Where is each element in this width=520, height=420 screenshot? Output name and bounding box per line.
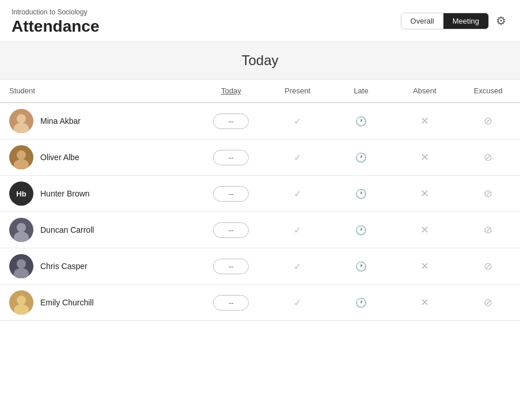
present-cell[interactable]: ✓ [266, 285, 329, 321]
svg-point-13 [17, 296, 26, 305]
excused-cell[interactable]: ⊘ [457, 212, 520, 248]
absent-cell[interactable]: ✕ [393, 212, 456, 248]
header: Introduction to Sociology Attendance Ove… [0, 0, 520, 42]
student-cell: Emily Churchill [0, 285, 196, 320]
avatar: Hb [9, 181, 33, 206]
present-cell[interactable]: ✓ [266, 103, 329, 139]
today-status-button[interactable]: -- [213, 222, 249, 238]
absent-icon: ✕ [420, 152, 429, 163]
tab-group: Overall Meeting [401, 13, 489, 29]
late-icon: 🕐 [355, 262, 367, 271]
today-status-button[interactable]: -- [213, 113, 249, 129]
course-name: Introduction to Sociology [12, 8, 99, 16]
excused-cell[interactable]: ⊘ [457, 248, 520, 285]
excused-icon: ⊘ [484, 115, 492, 127]
avatar [9, 254, 33, 278]
page-title: Attendance [12, 17, 99, 36]
present-cell[interactable]: ✓ [266, 139, 329, 176]
present-icon: ✓ [294, 189, 301, 199]
student-cell: Oliver Albe [0, 139, 196, 175]
attendance-table: Student Today Present Late Absent Excuse… [0, 80, 520, 321]
student-cell: Chris Casper [0, 248, 196, 284]
settings-button[interactable]: ⚙ [494, 12, 508, 30]
student-name: Chris Casper [40, 262, 88, 271]
student-cell: Hb Hunter Brown [0, 176, 196, 211]
absent-cell[interactable]: ✕ [393, 139, 456, 176]
gear-icon: ⚙ [496, 14, 506, 27]
today-status-button[interactable]: -- [213, 259, 249, 274]
late-icon: 🕐 [355, 153, 367, 162]
late-cell[interactable]: 🕐 [329, 248, 393, 285]
table-row: Mina Akbar --✓🕐✕⊘ [0, 103, 520, 139]
table-row: Chris Casper --✓🕐✕⊘ [0, 248, 520, 285]
student-name: Mina Akbar [40, 116, 81, 126]
avatar [9, 290, 33, 315]
student-cell: Mina Akbar [0, 103, 196, 139]
late-cell[interactable]: 🕐 [329, 176, 393, 212]
present-cell[interactable]: ✓ [266, 176, 329, 212]
header-right: Overall Meeting ⚙ [401, 12, 508, 30]
avatar [9, 109, 33, 133]
student-name: Oliver Albe [40, 153, 79, 162]
tab-overall[interactable]: Overall [401, 13, 443, 29]
present-icon: ✓ [294, 298, 301, 308]
late-icon: 🕐 [355, 225, 367, 235]
avatar [9, 218, 33, 242]
present-icon: ✓ [294, 153, 301, 162]
late-cell[interactable]: 🕐 [329, 139, 393, 176]
absent-cell[interactable]: ✕ [393, 285, 456, 321]
col-present: Present [266, 80, 329, 103]
excused-cell[interactable]: ⊘ [457, 103, 520, 139]
absent-icon: ✕ [420, 224, 429, 236]
tab-meeting[interactable]: Meeting [443, 13, 488, 29]
today-status-button[interactable]: -- [213, 186, 249, 202]
excused-icon: ⊘ [484, 224, 492, 236]
absent-icon: ✕ [420, 188, 429, 199]
absent-icon: ✕ [420, 115, 429, 127]
absent-icon: ✕ [420, 297, 429, 308]
absent-cell[interactable]: ✕ [393, 176, 456, 212]
late-cell[interactable]: 🕐 [329, 103, 393, 139]
excused-icon: ⊘ [484, 188, 492, 199]
table-row: Duncan Carroll --✓🕐✕⊘ [0, 212, 520, 248]
col-late: Late [329, 80, 393, 103]
today-status-button[interactable]: -- [213, 150, 249, 165]
present-icon: ✓ [294, 116, 301, 126]
late-icon: 🕐 [355, 298, 367, 308]
present-icon: ✓ [294, 262, 301, 271]
absent-cell[interactable]: ✕ [393, 103, 456, 139]
excused-cell[interactable]: ⊘ [457, 285, 520, 321]
late-icon: 🕐 [355, 116, 367, 126]
student-name: Duncan Carroll [40, 225, 94, 234]
absent-cell[interactable]: ✕ [393, 248, 456, 285]
excused-icon: ⊘ [484, 260, 492, 272]
present-cell[interactable]: ✓ [266, 248, 329, 285]
absent-icon: ✕ [420, 260, 429, 272]
table-row: Hb Hunter Brown --✓🕐✕⊘ [0, 176, 520, 212]
svg-point-7 [17, 223, 26, 232]
avatar [9, 145, 33, 169]
excused-icon: ⊘ [484, 152, 492, 163]
svg-point-10 [17, 259, 26, 268]
late-cell[interactable]: 🕐 [329, 212, 393, 248]
col-excused: Excused [457, 80, 520, 103]
section-title: Today [0, 52, 520, 69]
student-name: Emily Churchill [40, 298, 94, 307]
late-cell[interactable]: 🕐 [329, 285, 393, 321]
col-today: Today [196, 80, 265, 103]
table-header-row: Student Today Present Late Absent Excuse… [0, 80, 520, 103]
svg-point-1 [17, 114, 26, 123]
table-row: Emily Churchill --✓🕐✕⊘ [0, 285, 520, 321]
excused-cell[interactable]: ⊘ [457, 139, 520, 176]
late-icon: 🕐 [355, 189, 367, 199]
col-absent: Absent [393, 80, 456, 103]
col-student: Student [0, 80, 196, 103]
excused-cell[interactable]: ⊘ [457, 176, 520, 212]
table-row: Oliver Albe --✓🕐✕⊘ [0, 139, 520, 176]
header-left: Introduction to Sociology Attendance [12, 8, 99, 36]
present-icon: ✓ [294, 225, 301, 235]
present-cell[interactable]: ✓ [266, 212, 329, 248]
excused-icon: ⊘ [484, 297, 492, 308]
student-name: Hunter Brown [40, 189, 90, 198]
today-status-button[interactable]: -- [213, 295, 249, 311]
